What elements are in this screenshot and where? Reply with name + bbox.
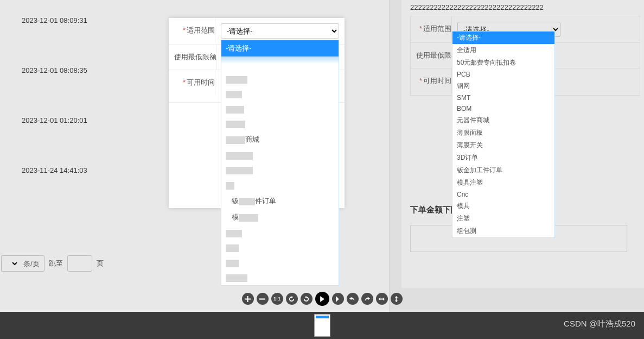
dropdown-option[interactable]: 薄膜开关 bbox=[452, 139, 554, 152]
form-label: *可用时间 bbox=[411, 68, 452, 93]
dropdown-option[interactable]: PCB bbox=[452, 69, 554, 80]
form-row-scope: *适用范围 -请选择- -请选择- 商城 钣件订单 模 bbox=[169, 18, 345, 45]
dropdown-option[interactable]: 50元邮费专向抵扣卷 bbox=[452, 56, 554, 69]
watermark: CSDN @叶浩成520 bbox=[564, 319, 635, 329]
dropdown-option[interactable]: SMT bbox=[452, 92, 554, 103]
dropdown-option[interactable]: 钣金加工件订单 bbox=[452, 164, 554, 177]
rotate-cw-icon[interactable] bbox=[286, 293, 298, 305]
dropdown-option[interactable]: 模具注塑 bbox=[452, 177, 554, 189]
scope-select[interactable]: -请选择- bbox=[221, 23, 339, 39]
zoom-out-icon[interactable] bbox=[257, 293, 269, 305]
jump-input[interactable] bbox=[67, 255, 92, 272]
svg-rect-0 bbox=[259, 298, 265, 299]
long-text-line: 2222222222222222222222222222222222 bbox=[410, 2, 640, 16]
redacted-area bbox=[221, 56, 339, 72]
dropdown-option[interactable]: 组包测 bbox=[452, 225, 554, 237]
one-to-one-icon[interactable]: 1:1 bbox=[271, 293, 283, 305]
filmstrip bbox=[0, 312, 644, 339]
image-viewer-toolbar: 1:1 bbox=[0, 288, 644, 309]
undo-icon[interactable] bbox=[347, 293, 359, 305]
next-icon[interactable] bbox=[332, 293, 344, 305]
dropdown-option[interactable]: 薄膜面板 bbox=[452, 127, 554, 139]
dropdown-option[interactable]: Cnc bbox=[452, 189, 554, 200]
redacted-area bbox=[221, 225, 339, 241]
dropdown-option[interactable]: 全适用 bbox=[452, 44, 554, 56]
scope-dropdown[interactable]: -请选择- 商城 钣件订单 模 bbox=[221, 40, 339, 286]
dropdown-option[interactable]: 3D订单 bbox=[452, 152, 554, 164]
redacted-area bbox=[221, 241, 339, 256]
redacted-area bbox=[221, 148, 339, 163]
redacted-area bbox=[221, 178, 339, 193]
dropdown-option[interactable]: 钣件订单 bbox=[221, 193, 339, 209]
rotate-ccw-icon[interactable] bbox=[301, 293, 313, 305]
flip-vertical-icon[interactable] bbox=[391, 293, 403, 305]
redacted-area bbox=[221, 72, 339, 87]
form-label: *适用范围 bbox=[169, 18, 215, 43]
dropdown-option[interactable]: -请选择- bbox=[452, 32, 554, 44]
pagination-bar: 条/页 跳至 页 bbox=[0, 255, 104, 272]
play-icon[interactable] bbox=[315, 292, 329, 306]
per-page-select[interactable] bbox=[1, 255, 19, 272]
redacted-area bbox=[221, 102, 339, 117]
dropdown-option[interactable]: 元器件商城 bbox=[452, 114, 554, 127]
dropdown-option[interactable]: 注塑 bbox=[452, 212, 554, 225]
redacted-area bbox=[221, 87, 339, 102]
form-label: 使用最低限额 bbox=[169, 45, 217, 70]
redo-icon[interactable] bbox=[361, 293, 373, 305]
form-modal: *适用范围 -请选择- -请选择- 商城 钣件订单 模 bbox=[169, 18, 345, 208]
thumbnail[interactable] bbox=[314, 314, 330, 337]
right-panel: 2222222222222222222222222222222222 *适用范围… bbox=[401, 0, 644, 288]
right-form: *适用范围 -请选择- -请选择- 全适用 50元邮费专向抵扣卷 PCB 钢网 … bbox=[410, 16, 640, 96]
form-label: *可用时间 bbox=[169, 70, 215, 95]
flip-horizontal-icon[interactable] bbox=[376, 293, 388, 305]
jump-label: 跳至 bbox=[49, 259, 63, 268]
redacted-area bbox=[221, 117, 339, 132]
dropdown-option[interactable]: BOM bbox=[452, 103, 554, 114]
redacted-area bbox=[221, 255, 339, 271]
dropdown-option[interactable]: 钢网 bbox=[452, 80, 554, 92]
form-label: *适用范围 bbox=[411, 16, 452, 41]
redacted-area bbox=[221, 163, 339, 178]
form-row-scope-r: *适用范围 -请选择- -请选择- 全适用 50元邮费专向抵扣卷 PCB 钢网 … bbox=[411, 16, 640, 43]
per-page-suffix: 条/页 bbox=[19, 255, 44, 272]
redacted-area: 模 bbox=[221, 209, 339, 225]
zoom-in-icon[interactable] bbox=[242, 293, 254, 305]
redacted-area bbox=[221, 271, 339, 286]
page-label: 页 bbox=[97, 259, 104, 268]
dropdown-option[interactable]: -请选择- bbox=[221, 40, 339, 56]
scope-dropdown-r[interactable]: -请选择- 全适用 50元邮费专向抵扣卷 PCB 钢网 SMT BOM 元器件商… bbox=[452, 31, 555, 238]
dropdown-option[interactable]: 模具 bbox=[452, 200, 554, 212]
dropdown-option[interactable]: 商城 bbox=[221, 131, 339, 148]
